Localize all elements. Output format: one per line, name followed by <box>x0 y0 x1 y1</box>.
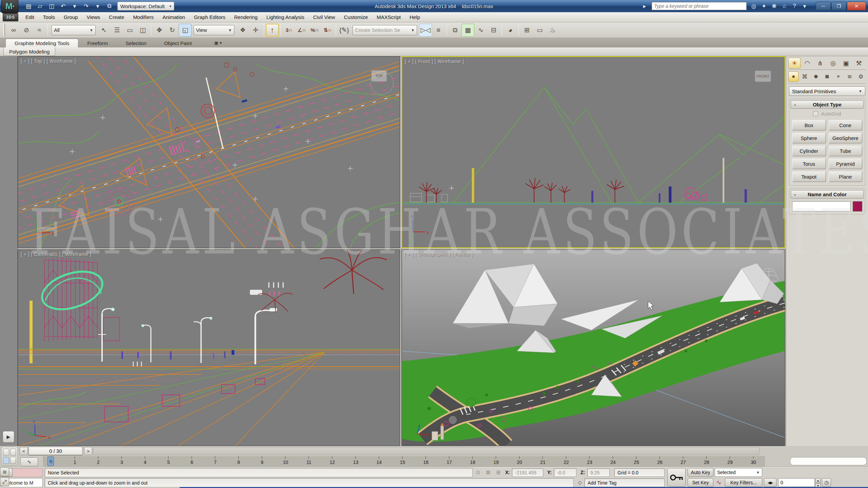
time-slider-bar[interactable]: 0 / 30 <box>28 447 83 455</box>
utilities-tab-icon[interactable]: ⚒ <box>853 58 865 68</box>
window-crossing-icon[interactable]: ◫ <box>136 24 149 37</box>
zoom-extents-all-icon[interactable]: ⧈ <box>0 467 9 476</box>
undo-dropdown-arrow[interactable]: ▾ <box>69 1 80 11</box>
menu-item[interactable]: Rendering <box>230 12 262 22</box>
unlink-selection-icon[interactable]: ⊘ <box>20 24 33 37</box>
viewport-front-canvas[interactable]: z x y <box>402 57 785 247</box>
selection-lock-icon[interactable]: ⊠ <box>484 468 492 476</box>
object-type-button[interactable]: Cone <box>829 120 863 130</box>
selection-filter-dropdown[interactable]: All▼ <box>52 25 96 35</box>
viewport-orthographic-canvas[interactable]: y x <box>402 250 785 446</box>
object-type-button[interactable]: Box <box>792 120 826 130</box>
polygon-modeling-panel-button[interactable]: Polygon Modeling <box>3 47 55 56</box>
menu-item[interactable]: Create <box>104 12 129 22</box>
project-toggle-icon[interactable]: ⧉ <box>104 1 115 11</box>
viewport-top-canvas[interactable]: x y <box>18 57 400 248</box>
mirror-icon[interactable]: ▷◁ <box>419 24 432 37</box>
isolate-selection-icon[interactable]: ⊙ <box>474 468 482 476</box>
new-key-curve-icon[interactable]: ∿ <box>715 479 723 487</box>
rectangular-selection-icon[interactable]: ▭ <box>123 24 136 37</box>
auto-key-button[interactable]: Auto Key <box>688 468 713 477</box>
open-file-icon[interactable]: ▱ <box>35 1 45 11</box>
menu-item[interactable]: Lighting Analysis <box>262 12 309 22</box>
autogrid-checkbox[interactable] <box>813 111 818 116</box>
graphite-ribbon-toggle-icon[interactable]: ▦ <box>461 24 474 37</box>
object-type-button[interactable]: GeoSphere <box>829 133 863 143</box>
selected-object[interactable] <box>201 78 223 149</box>
render-setup-icon[interactable]: ⊞ <box>520 24 533 37</box>
key-mode-toggle-button[interactable]: ◀▶ <box>764 478 776 487</box>
menu-item[interactable]: Tools <box>39 12 59 22</box>
hierarchy-tab-icon[interactable]: ⋔ <box>814 58 826 68</box>
object-type-button[interactable]: Tube <box>829 146 863 156</box>
maximize-viewport-icon[interactable]: ⤢ <box>0 477 9 486</box>
object-type-button[interactable]: Torus <box>792 159 826 169</box>
create-tab-icon[interactable]: ☀ <box>788 58 801 68</box>
redo-icon[interactable]: ↷ <box>81 1 92 11</box>
ribbon-tab[interactable]: Selection <box>117 39 155 47</box>
viewport-front-viewcube-badge[interactable]: FRONT <box>755 70 771 82</box>
search-input[interactable] <box>652 2 747 10</box>
helpers-category-icon[interactable]: ⌖ <box>833 72 844 82</box>
keyboard-shortcut-override-icon[interactable]: ↑ <box>266 24 279 37</box>
menu-item[interactable]: Views <box>82 12 105 22</box>
select-and-scale-icon[interactable]: ◱ <box>179 24 192 37</box>
redo-dropdown-arrow[interactable]: ▾ <box>92 1 103 11</box>
add-time-tag-field[interactable]: Add Time Tag <box>585 479 665 487</box>
object-type-button[interactable]: Teapot <box>792 171 826 182</box>
object-type-button[interactable]: Sphere <box>792 133 826 143</box>
select-and-rotate-icon[interactable]: ↻ <box>166 24 179 37</box>
previous-frame-arrow[interactable]: < <box>20 447 28 455</box>
frame-spinner[interactable]: ▲ ▼ <box>815 478 821 487</box>
3dsmax-logo[interactable]: M▾ <box>1 0 18 13</box>
schematic-view-icon[interactable]: ⊟ <box>487 24 500 37</box>
time-slider-track[interactable] <box>93 447 760 455</box>
object-name-field[interactable] <box>792 201 851 211</box>
workspace-dropdown[interactable]: Workspace: Default ▾ <box>117 2 174 11</box>
material-editor-icon[interactable]: ◕ <box>504 24 517 37</box>
x-coordinate-field[interactable]: -2191.455 <box>512 468 543 477</box>
lights-category-icon[interactable]: ✹ <box>811 72 821 82</box>
viewport-orthographic[interactable]: [ + ] [ Orthographic ] [ Facets ] <box>401 249 785 446</box>
shapes-category-icon[interactable]: ⌘ <box>800 72 810 82</box>
spinner-snap-icon[interactable]: ⇅∩ <box>321 24 334 37</box>
communication-center-icon[interactable]: ❋ <box>769 2 779 11</box>
render-production-icon[interactable]: ♨ <box>546 24 559 37</box>
ribbon-tab[interactable]: Graphite Modeling Tools <box>5 39 78 47</box>
set-keys-big-button[interactable] <box>667 468 686 487</box>
viewport-orthographic-label[interactable]: [ + ] [ Orthographic ] [ Facets ] <box>405 251 473 257</box>
menu-item[interactable]: Modifiers <box>129 12 158 22</box>
time-configuration-icon[interactable]: ◷ <box>822 478 831 487</box>
motion-tab-icon[interactable]: ◎ <box>827 58 839 68</box>
set-key-button[interactable]: Set Key <box>688 478 713 487</box>
viewport-front-label[interactable]: [ + ] [ Front ] [ Wireframe ] <box>405 59 464 64</box>
use-pivot-point-icon[interactable]: ❖ <box>236 24 249 37</box>
named-selection-set-dropdown[interactable]: Create Selection Se▼ <box>353 25 417 35</box>
menu-item[interactable]: Help <box>405 12 425 22</box>
layout-tabs-expand-button[interactable]: ▶ <box>3 431 14 443</box>
object-type-rollout-header[interactable]: - Object Type <box>791 100 864 109</box>
select-object-icon[interactable]: ↖ <box>98 24 111 37</box>
select-and-link-icon[interactable]: ∞ <box>7 24 20 37</box>
mini-curve-editor-button[interactable]: ∿ <box>20 458 38 466</box>
current-frame-field[interactable]: 0 <box>778 478 815 487</box>
time-slider-handle[interactable]: 0 <box>47 456 54 466</box>
key-filters-button[interactable]: Key Filters... <box>725 478 762 487</box>
select-and-move-icon[interactable]: ✥ <box>153 24 166 37</box>
sign-in-key-icon[interactable]: ✦ <box>759 2 769 11</box>
menu-item[interactable]: Group <box>59 12 82 22</box>
viewport-layout-button[interactable] <box>1 447 18 466</box>
viewport-top-compass-badge[interactable]: TOP <box>371 70 387 82</box>
viewport-top-label[interactable]: [ + ] [ Top ] [ Wireframe ] <box>21 58 76 64</box>
undo-icon[interactable]: ↶ <box>58 1 68 11</box>
display-tab-icon[interactable]: ▣ <box>840 58 852 68</box>
viewport-camera[interactable]: [ + ] [ Camera01 ] [ Wireframe ] <box>18 249 400 446</box>
next-frame-arrow[interactable]: > <box>84 447 92 455</box>
favorites-star-icon[interactable]: ☆ <box>779 2 789 11</box>
primitive-category-dropdown[interactable]: Standard Primitives ▼ <box>789 86 865 96</box>
viewport-camera-label[interactable]: [ + ] [ Camera01 ] [ Wireframe ] <box>21 251 92 257</box>
spinner-up-icon[interactable]: ▲ <box>815 478 821 483</box>
ribbon-tab[interactable]: Object Paint <box>155 39 201 47</box>
minimize-button[interactable]: ─ <box>816 2 831 11</box>
ribbon-minimize-button[interactable]: ▣ ▾ <box>214 40 222 45</box>
